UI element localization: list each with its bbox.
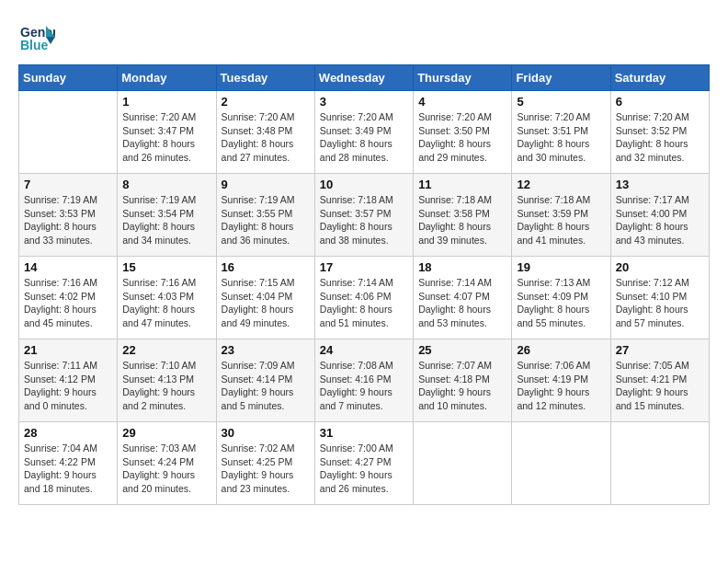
- calendar-week-1: 1 Sunrise: 7:20 AM Sunset: 3:47 PM Dayli…: [19, 91, 710, 174]
- calendar-cell: 14 Sunrise: 7:16 AM Sunset: 4:02 PM Dayl…: [19, 257, 118, 339]
- weekday-header-row: SundayMondayTuesdayWednesdayThursdayFrid…: [19, 65, 710, 91]
- day-info: Sunrise: 7:11 AM Sunset: 4:12 PM Dayligh…: [24, 359, 112, 413]
- calendar-cell: 19 Sunrise: 7:13 AM Sunset: 4:09 PM Dayl…: [512, 257, 610, 339]
- calendar-cell: 25 Sunrise: 7:07 AM Sunset: 4:18 PM Dayl…: [414, 339, 512, 422]
- day-info: Sunrise: 7:02 AM Sunset: 4:25 PM Dayligh…: [222, 442, 310, 496]
- day-number: 30: [222, 426, 310, 440]
- calendar-cell: 17 Sunrise: 7:14 AM Sunset: 4:06 PM Dayl…: [314, 257, 413, 339]
- day-info: Sunrise: 7:04 AM Sunset: 4:22 PM Dayligh…: [24, 442, 112, 496]
- day-number: 20: [616, 260, 704, 274]
- day-number: 14: [24, 260, 112, 274]
- day-number: 24: [320, 343, 408, 357]
- day-info: Sunrise: 7:18 AM Sunset: 3:57 PM Dayligh…: [320, 193, 408, 247]
- day-info: Sunrise: 7:19 AM Sunset: 3:54 PM Dayligh…: [122, 193, 210, 247]
- calendar-cell: 20 Sunrise: 7:12 AM Sunset: 4:10 PM Dayl…: [610, 257, 709, 339]
- calendar-cell: [19, 91, 118, 174]
- day-info: Sunrise: 7:20 AM Sunset: 3:48 PM Dayligh…: [222, 110, 310, 165]
- day-number: 9: [222, 178, 310, 191]
- day-number: 21: [24, 343, 112, 357]
- calendar-cell: 12 Sunrise: 7:18 AM Sunset: 3:59 PM Dayl…: [512, 174, 610, 257]
- day-number: 1: [122, 95, 210, 109]
- day-number: 10: [320, 178, 408, 191]
- day-number: 18: [418, 260, 506, 274]
- calendar-cell: 23 Sunrise: 7:09 AM Sunset: 4:14 PM Dayl…: [216, 339, 314, 422]
- calendar-cell: [512, 422, 610, 505]
- day-number: 31: [320, 426, 408, 440]
- day-info: Sunrise: 7:19 AM Sunset: 3:55 PM Dayligh…: [222, 193, 310, 247]
- weekday-header-wednesday: Wednesday: [314, 65, 413, 91]
- svg-text:Blue: Blue: [20, 38, 49, 52]
- calendar-cell: 7 Sunrise: 7:19 AM Sunset: 3:53 PM Dayli…: [19, 174, 118, 257]
- calendar-cell: [610, 422, 709, 505]
- weekday-header-sunday: Sunday: [19, 65, 118, 91]
- calendar-cell: 26 Sunrise: 7:06 AM Sunset: 4:19 PM Dayl…: [512, 339, 610, 422]
- day-number: 8: [122, 178, 210, 191]
- calendar-cell: 30 Sunrise: 7:02 AM Sunset: 4:25 PM Dayl…: [216, 422, 314, 505]
- calendar-cell: 10 Sunrise: 7:18 AM Sunset: 3:57 PM Dayl…: [314, 174, 413, 257]
- day-info: Sunrise: 7:20 AM Sunset: 3:51 PM Dayligh…: [517, 110, 605, 165]
- day-info: Sunrise: 7:12 AM Sunset: 4:10 PM Dayligh…: [616, 276, 704, 330]
- day-number: 19: [517, 260, 605, 274]
- day-number: 17: [320, 260, 408, 274]
- day-info: Sunrise: 7:00 AM Sunset: 4:27 PM Dayligh…: [320, 442, 408, 496]
- day-number: 26: [517, 343, 605, 357]
- day-number: 29: [122, 426, 210, 440]
- calendar-cell: 22 Sunrise: 7:10 AM Sunset: 4:13 PM Dayl…: [118, 339, 216, 422]
- calendar-cell: 8 Sunrise: 7:19 AM Sunset: 3:54 PM Dayli…: [118, 174, 216, 257]
- calendar-cell: 9 Sunrise: 7:19 AM Sunset: 3:55 PM Dayli…: [216, 174, 314, 257]
- day-number: 23: [222, 343, 310, 357]
- day-info: Sunrise: 7:20 AM Sunset: 3:47 PM Dayligh…: [122, 110, 210, 165]
- calendar-cell: 11 Sunrise: 7:18 AM Sunset: 3:58 PM Dayl…: [414, 174, 512, 257]
- calendar-cell: 29 Sunrise: 7:03 AM Sunset: 4:24 PM Dayl…: [118, 422, 216, 505]
- day-info: Sunrise: 7:14 AM Sunset: 4:06 PM Dayligh…: [320, 276, 408, 330]
- day-number: 25: [418, 343, 506, 357]
- day-info: Sunrise: 7:16 AM Sunset: 4:03 PM Dayligh…: [122, 276, 210, 330]
- page-header: General Blue: [18, 18, 710, 55]
- day-number: 28: [24, 426, 112, 440]
- day-info: Sunrise: 7:15 AM Sunset: 4:04 PM Dayligh…: [222, 276, 310, 330]
- day-info: Sunrise: 7:03 AM Sunset: 4:24 PM Dayligh…: [122, 442, 210, 496]
- calendar-cell: 3 Sunrise: 7:20 AM Sunset: 3:49 PM Dayli…: [314, 91, 413, 174]
- weekday-header-saturday: Saturday: [610, 65, 709, 91]
- day-number: 16: [222, 260, 310, 274]
- day-info: Sunrise: 7:08 AM Sunset: 4:16 PM Dayligh…: [320, 359, 408, 413]
- day-number: 4: [418, 95, 506, 109]
- weekday-header-monday: Monday: [118, 65, 216, 91]
- day-info: Sunrise: 7:17 AM Sunset: 4:00 PM Dayligh…: [616, 193, 704, 247]
- calendar-cell: 18 Sunrise: 7:14 AM Sunset: 4:07 PM Dayl…: [414, 257, 512, 339]
- day-number: 3: [320, 95, 408, 109]
- day-number: 7: [24, 178, 112, 191]
- calendar-cell: 15 Sunrise: 7:16 AM Sunset: 4:03 PM Dayl…: [118, 257, 216, 339]
- day-number: 27: [616, 343, 704, 357]
- calendar-week-3: 14 Sunrise: 7:16 AM Sunset: 4:02 PM Dayl…: [19, 257, 710, 339]
- day-number: 13: [616, 178, 704, 191]
- logo-icon: General Blue: [18, 18, 55, 55]
- calendar-cell: 16 Sunrise: 7:15 AM Sunset: 4:04 PM Dayl…: [216, 257, 314, 339]
- weekday-header-friday: Friday: [512, 65, 610, 91]
- day-info: Sunrise: 7:05 AM Sunset: 4:21 PM Dayligh…: [616, 359, 704, 413]
- day-number: 6: [616, 95, 704, 109]
- calendar-cell: 27 Sunrise: 7:05 AM Sunset: 4:21 PM Dayl…: [610, 339, 709, 422]
- calendar-cell: 24 Sunrise: 7:08 AM Sunset: 4:16 PM Dayl…: [314, 339, 413, 422]
- calendar-week-5: 28 Sunrise: 7:04 AM Sunset: 4:22 PM Dayl…: [19, 422, 710, 505]
- calendar-cell: 31 Sunrise: 7:00 AM Sunset: 4:27 PM Dayl…: [314, 422, 413, 505]
- calendar-table: SundayMondayTuesdayWednesdayThursdayFrid…: [18, 64, 710, 505]
- logo: General Blue: [18, 18, 59, 55]
- calendar-cell: 13 Sunrise: 7:17 AM Sunset: 4:00 PM Dayl…: [610, 174, 709, 257]
- weekday-header-thursday: Thursday: [414, 65, 512, 91]
- day-number: 22: [122, 343, 210, 357]
- calendar-cell: 28 Sunrise: 7:04 AM Sunset: 4:22 PM Dayl…: [19, 422, 118, 505]
- day-info: Sunrise: 7:16 AM Sunset: 4:02 PM Dayligh…: [24, 276, 112, 330]
- day-info: Sunrise: 7:18 AM Sunset: 3:58 PM Dayligh…: [418, 193, 506, 247]
- day-number: 11: [418, 178, 506, 191]
- day-info: Sunrise: 7:06 AM Sunset: 4:19 PM Dayligh…: [517, 359, 605, 413]
- calendar-week-4: 21 Sunrise: 7:11 AM Sunset: 4:12 PM Dayl…: [19, 339, 710, 422]
- day-number: 2: [222, 95, 310, 109]
- calendar-week-2: 7 Sunrise: 7:19 AM Sunset: 3:53 PM Dayli…: [19, 174, 710, 257]
- calendar-cell: 1 Sunrise: 7:20 AM Sunset: 3:47 PM Dayli…: [118, 91, 216, 174]
- calendar-cell: 4 Sunrise: 7:20 AM Sunset: 3:50 PM Dayli…: [414, 91, 512, 174]
- day-info: Sunrise: 7:13 AM Sunset: 4:09 PM Dayligh…: [517, 276, 605, 330]
- day-info: Sunrise: 7:18 AM Sunset: 3:59 PM Dayligh…: [517, 193, 605, 247]
- calendar-cell: 6 Sunrise: 7:20 AM Sunset: 3:52 PM Dayli…: [610, 91, 709, 174]
- day-number: 12: [517, 178, 605, 191]
